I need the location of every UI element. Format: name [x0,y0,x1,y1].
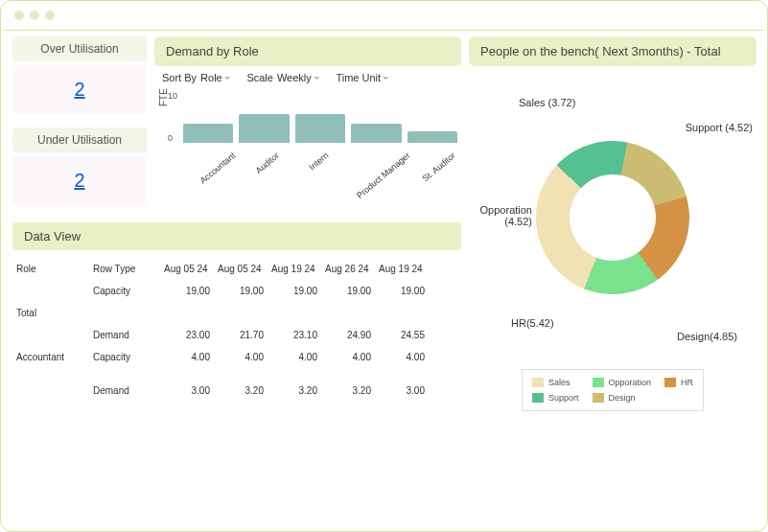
table-cell [160,368,214,380]
slice-label-support: Support (4.52) [686,122,753,133]
legend-label: Sales [548,378,570,387]
swatch-icon [532,393,544,403]
demand-by-role-block: Demand by Role Sort By Role Scale Weekly… [154,36,461,215]
sort-by-label: Sort By [162,72,197,83]
table-cell [12,368,89,380]
time-unit-dropdown[interactable]: Time Unit [336,72,387,83]
data-view-table: RoleRow TypeAug 05 24Aug 05 24Aug 19 24A… [12,258,461,402]
table-cell: Aug 19 24 [375,258,429,280]
table-cell: 4.00 [321,346,375,368]
legend-label: Opporation [609,378,652,387]
table-cell: 19.00 [160,280,214,302]
table-cell [12,380,89,402]
table-cell: Capacity [89,346,160,368]
bench-panel: People on the bench( Next 3months) - Tot… [469,36,756,411]
table-cell: 24.55 [375,324,429,346]
under-utilisation-label: Under Utilisation [12,127,147,152]
table-cell: Capacity [89,280,160,302]
donut-chart: Sales (3.72) Support (4.52) Opporation (… [469,74,756,361]
table-cell: 4.00 [375,346,429,368]
bar [295,114,345,143]
table-cell: 19.00 [375,280,429,302]
bar-labels: AccountantAuditorInternProduct ManagerSt… [183,143,457,183]
table-cell [375,368,429,380]
over-utilisation-label: Over Utilisation [12,36,147,61]
table-cell: 4.00 [268,346,321,368]
slice-label-design: Design(4.85) [677,331,737,342]
table-cell: 3.20 [268,380,321,402]
table-cell: 24.90 [321,324,375,346]
table-cell: 21.70 [214,324,268,346]
data-view-block: Data View RoleRow TypeAug 05 24Aug 05 24… [12,222,461,402]
y-tick-top: 10 [168,91,177,101]
table-cell: 3.20 [214,380,268,402]
sort-by-value: Role [200,72,229,83]
table-cell: 3.20 [321,380,375,402]
bar-label: Accountant [183,143,235,183]
table-cell: 23.00 [160,324,214,346]
bar-label: Intern [287,143,338,183]
table-cell [12,280,89,302]
swatch-icon [532,378,544,387]
legend-item: Support [532,393,579,403]
legend-label: Design [609,393,636,403]
swatch-icon [593,378,604,387]
bar [183,124,233,143]
table-cell: 3.00 [160,380,214,402]
table-cell: Aug 19 24 [268,258,321,280]
under-utilisation-value[interactable]: 2 [12,156,147,205]
table-cell: Row Type [89,258,160,280]
table-cell: 19.00 [321,280,375,302]
slice-label-opporation: Opporation (4.52) [467,204,532,227]
legend-item: Design [593,393,652,403]
table-cell: Accountant [12,346,89,368]
table-cell: Demand [89,380,160,402]
table-cell [89,302,160,324]
legend-item: Sales [532,378,579,387]
bars [183,95,457,143]
legend-label: Support [548,393,579,403]
data-view-title: Data View [12,222,461,250]
table-cell: 19.00 [268,280,321,302]
scale-label: Scale [246,72,273,83]
table-cell [268,368,321,380]
bar-label: Product Manager [339,143,406,183]
table-cell [89,368,160,380]
dashboard-content: Over Utilisation 2 Under Utilisation 2 D… [1,31,767,423]
traffic-dot [30,11,39,20]
bench-title: People on the bench( Next 3months) - Tot… [469,36,756,66]
scale-value: Weekly [277,72,319,83]
sort-by-dropdown[interactable]: Sort By Role [162,72,229,83]
swatch-icon [664,378,676,387]
dashboard-window: Over Utilisation 2 Under Utilisation 2 D… [0,0,768,532]
table-cell: Aug 05 24 [160,258,214,280]
table-cell [321,368,375,380]
table-cell [12,324,89,346]
table-cell: 4.00 [214,346,268,368]
table-cell: 4.00 [160,346,214,368]
bar [407,131,457,144]
bar [239,114,289,143]
traffic-dot [14,11,24,20]
scale-dropdown[interactable]: Scale Weekly [246,72,318,83]
table-cell [214,368,268,380]
table-cell: 3.00 [375,380,429,402]
window-traffic-lights [1,1,767,30]
table-cell [268,302,321,324]
table-cell: Total [12,302,89,324]
chart-controls: Sort By Role Scale Weekly Time Unit [154,66,461,87]
table-cell: Aug 05 24 [214,258,268,280]
table-cell [214,302,268,324]
table-cell [321,302,375,324]
table-cell [160,302,214,324]
legend-label: HR [681,378,693,387]
demand-title: Demand by Role [154,36,461,66]
slice-label-hr: HR(5.42) [511,317,554,329]
legend-item: Opporation [593,378,652,387]
legend-item: HR [664,378,693,387]
table-cell [375,302,429,324]
time-unit-label: Time Unit [336,72,387,83]
over-utilisation-value[interactable]: 2 [12,65,147,114]
traffic-dot [45,11,55,20]
table-cell: Aug 26 24 [321,258,375,280]
